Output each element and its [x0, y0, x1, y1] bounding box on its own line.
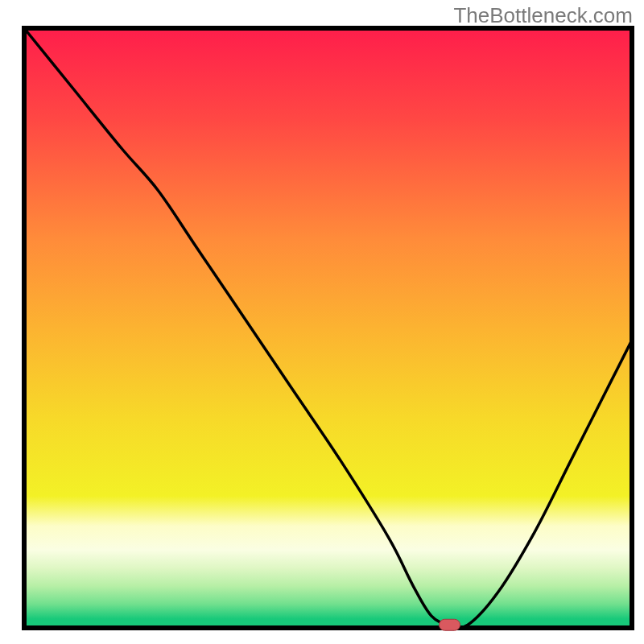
- optimum-marker: [440, 619, 460, 630]
- chart-frame: TheBottleneck.com: [0, 0, 644, 644]
- watermark-text: TheBottleneck.com: [453, 3, 633, 28]
- bottleneck-chart: [0, 0, 644, 644]
- plot-background: [24, 28, 632, 628]
